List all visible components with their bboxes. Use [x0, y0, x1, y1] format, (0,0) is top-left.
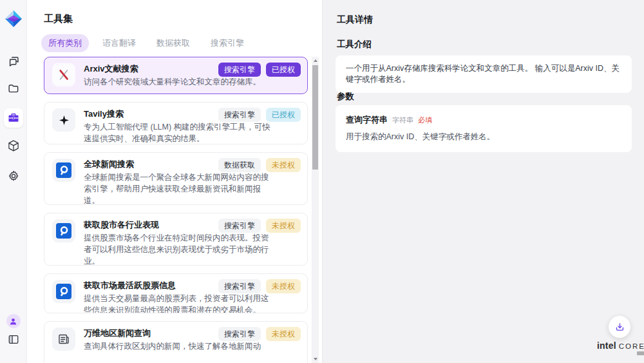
- scrollbar-up-arrow-icon[interactable]: [312, 57, 319, 64]
- tab-language-translation[interactable]: 语言翻译: [95, 34, 143, 52]
- auth-status-badge: 未授权: [266, 158, 301, 172]
- category-badge: 搜索引擎: [218, 327, 261, 341]
- tool-card-list: Arxiv文献搜索 访问各个研究领域大量科学论文和文章的存储库。 搜索引擎 已授…: [44, 57, 308, 363]
- settings-gear-icon[interactable]: [7, 170, 20, 182]
- app-logo-icon[interactable]: [4, 9, 23, 28]
- arxiv-icon: [52, 63, 75, 86]
- detail-title: 工具详情: [337, 14, 373, 26]
- category-badge: 数据获取: [218, 158, 261, 172]
- user-avatar-icon[interactable]: [6, 314, 21, 328]
- list-scrollbar[interactable]: [312, 57, 319, 363]
- page-title: 工具集: [44, 13, 73, 25]
- chat-icon[interactable]: [7, 55, 19, 68]
- tool-card-desc: 提供当天交易量最高的股票列表，投资者可以利用这些信息来识别流动性强的股票和潜在的…: [84, 293, 272, 313]
- param-required-flag: 必填: [418, 115, 432, 125]
- tool-card-arxiv[interactable]: Arxiv文献搜索 访问各个研究领域大量科学论文和文章的存储库。 搜索引擎 已授…: [44, 57, 308, 94]
- tool-list-panel: 工具集 所有类别 语言翻译 数据获取 搜索引擎 Arxiv文献搜索 访问各个研究…: [27, 0, 322, 363]
- tool-card-regional-news[interactable]: 万维地区新闻查询 查询具体行政区划内的新闻，快速了解各地新闻动 搜索引擎 未授权: [44, 321, 308, 363]
- category-badge: 搜索引擎: [218, 63, 261, 77]
- tab-all-categories[interactable]: 所有类别: [41, 34, 89, 52]
- tool-card-sector-performance[interactable]: 获取股市各行业表现 提供股票市场各个行业在特定时间段内的表现。投资者可以利用这些…: [44, 213, 308, 266]
- tool-card-desc: 专为人工智能代理 (LLM) 构建的搜索引擎工具，可快速提供实时、准确和真实的结…: [84, 121, 272, 144]
- cube-icon[interactable]: [7, 139, 20, 152]
- tool-card-desc: 提供股票市场各个行业在特定时间段内的表现。投资者可以利用这些信息来识别表现优于或…: [84, 232, 272, 266]
- newspaper-icon: [52, 328, 75, 351]
- param-type: 字符串: [392, 115, 413, 125]
- tool-intro-text: 一个用于从Arxiv存储库搜索科学论文和文章的工具。 输入可以是Arxiv ID…: [336, 55, 632, 93]
- category-badge: 搜索引擎: [218, 279, 261, 293]
- category-tabs: 所有类别 语言翻译 数据获取 搜索引擎: [41, 34, 251, 52]
- tab-search-engine[interactable]: 搜索引擎: [204, 34, 251, 52]
- auth-status-badge: 未授权: [266, 327, 301, 341]
- tool-detail-panel: 工具详情 工具介绍 一个用于从Arxiv存储库搜索科学论文和文章的工具。 输入可…: [322, 0, 644, 363]
- news-search-icon: [52, 159, 75, 182]
- sidebar-item-tools-active[interactable]: [4, 108, 23, 128]
- folder-icon[interactable]: [7, 83, 19, 95]
- tool-card-desc: 全球新闻搜索是一个聚合全球各大新闻网站内容的搜索引擎，帮助用户快速获取全球最新资…: [84, 172, 272, 205]
- core-logo-text: core: [619, 342, 644, 350]
- tool-card-most-active-stocks[interactable]: 获取市场最活跃股票信息 提供当天交易量最高的股票列表，投资者可以利用这些信息来识…: [44, 273, 308, 313]
- download-button[interactable]: [609, 316, 630, 338]
- news-search-icon: [52, 219, 75, 242]
- download-icon: [614, 322, 625, 333]
- category-badge: 搜索引擎: [218, 108, 261, 122]
- intel-logo-text: intel: [597, 340, 616, 351]
- intro-heading: 工具介绍: [337, 39, 372, 50]
- auth-status-badge: 已授权: [266, 63, 301, 77]
- param-item: 查询字符串 字符串 必填 用于搜索的Arxiv ID、关键字或作者姓名。: [336, 105, 632, 152]
- sparkle-icon: [52, 108, 75, 132]
- scrollbar-thumb[interactable]: [312, 65, 318, 170]
- panel-toggle-icon[interactable]: [7, 333, 19, 346]
- sidebar: [0, 0, 27, 363]
- category-badge: 搜索引擎: [218, 219, 261, 233]
- params-heading: 参数: [337, 91, 354, 103]
- tool-card-desc: 访问各个研究领域大量科学论文和文章的存储库。: [84, 76, 272, 88]
- auth-status-badge: 已授权: [266, 108, 301, 122]
- tool-card-desc: 查询具体行政区划内的新闻，快速了解各地新闻动: [84, 340, 272, 352]
- tool-card-global-news[interactable]: 全球新闻搜索 全球新闻搜索是一个聚合全球各大新闻网站内容的搜索引擎，帮助用户快速…: [44, 152, 308, 205]
- auth-status-badge: 未授权: [266, 279, 301, 293]
- app-window: 工具集 所有类别 语言翻译 数据获取 搜索引擎 Arxiv文献搜索 访问各个研究…: [0, 0, 644, 363]
- news-search-icon: [52, 280, 75, 303]
- scrollbar-down-arrow-icon[interactable]: [312, 355, 319, 363]
- intel-core-badge: [637, 351, 644, 355]
- tab-data-fetch[interactable]: 数据获取: [149, 34, 197, 52]
- auth-status-badge: 未授权: [266, 219, 301, 233]
- tool-card-tavily[interactable]: Tavily搜索 专为人工智能代理 (LLM) 构建的搜索引擎工具，可快速提供实…: [44, 102, 308, 144]
- intel-core-logo: intel core: [597, 340, 644, 351]
- param-desc: 用于搜索的Arxiv ID、关键字或作者姓名。: [346, 132, 621, 142]
- param-name: 查询字符串: [346, 114, 388, 126]
